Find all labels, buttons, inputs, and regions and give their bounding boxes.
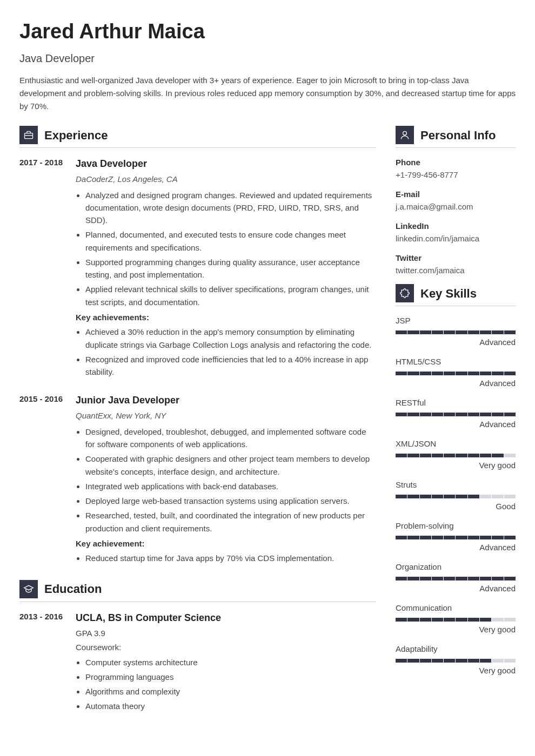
bar-segment (492, 536, 503, 539)
bar-segment (456, 330, 467, 334)
list-item: Researched, tested, built, and coordinat… (85, 509, 376, 535)
bar-segment (504, 495, 516, 498)
bar-segment (468, 536, 479, 539)
entry-body: Junior Java DeveloperQuantExx, New York,… (76, 393, 376, 568)
entry-body: Java DeveloperDaCoderZ, Los Angeles, CAA… (76, 157, 376, 381)
graduation-cap-icon (19, 580, 38, 598)
bar-segment (432, 372, 443, 375)
education-entry: 2013 - 2016UCLA, BS in Computer ScienceG… (19, 611, 376, 716)
bar-segment (492, 577, 503, 580)
bar-segment (432, 330, 443, 334)
bar-segment (432, 454, 443, 457)
bar-segment (468, 372, 479, 375)
bar-segment (492, 330, 503, 334)
period: 2017 - 2018 (19, 157, 66, 381)
experience-header: Experience (19, 126, 376, 148)
bar-segment (468, 330, 479, 334)
bar-segment (396, 536, 407, 539)
skill-bar (396, 413, 516, 416)
bar-segment (407, 413, 419, 416)
bar-segment (504, 618, 516, 622)
skill-bar (396, 618, 516, 622)
bar-segment (420, 330, 431, 334)
bar-segment (480, 372, 491, 375)
bar-segment (492, 372, 503, 375)
bar-segment (480, 659, 491, 663)
bar-segment (492, 413, 503, 416)
bar-segment (468, 577, 479, 580)
bar-segment (444, 330, 455, 334)
svg-rect-0 (25, 133, 33, 139)
bar-segment (504, 413, 516, 416)
bar-segment (396, 413, 407, 416)
bar-segment (407, 330, 419, 334)
main-column: Experience 2017 - 2018Java DeveloperDaCo… (19, 126, 376, 728)
degree-title: UCLA, BS in Computer Science (76, 611, 376, 625)
list-item: Deployed large web-based transaction sys… (85, 495, 376, 507)
bar-segment (456, 618, 467, 622)
list-item: Integrated web applications with back-en… (85, 480, 376, 492)
linkedin-value: linkedin.com/in/jamaica (396, 233, 516, 245)
skill-item: CommunicationVery good (396, 602, 516, 636)
email-value: j.a.maica@gmail.com (396, 201, 516, 213)
skill-level: Advanced (396, 336, 516, 349)
bar-segment (407, 372, 419, 375)
achievements-label: Key achievements: (76, 312, 376, 324)
person-icon (396, 126, 414, 144)
bar-segment (504, 330, 516, 334)
list-item: Recognized and improved code inefficienc… (85, 353, 376, 379)
skill-bar (396, 659, 516, 663)
bar-segment (396, 372, 407, 375)
list-item: Programming languages (85, 671, 376, 683)
twitter-label: Twitter (396, 252, 516, 265)
skill-name: Communication (396, 602, 516, 615)
bar-segment (492, 495, 503, 498)
bar-segment (456, 659, 467, 663)
puzzle-icon (396, 284, 414, 302)
skills-title: Key Skills (420, 285, 477, 302)
bar-segment (420, 372, 431, 375)
course-list: Computer systems architectureProgramming… (76, 656, 376, 713)
bar-segment (492, 454, 503, 457)
bar-segment (444, 372, 455, 375)
skill-level: Advanced (396, 583, 516, 595)
bar-segment (396, 659, 407, 663)
skill-level: Very good (396, 665, 516, 677)
bar-segment (444, 495, 455, 498)
bar-segment (432, 495, 443, 498)
bar-segment (480, 413, 491, 416)
bar-segment (396, 618, 407, 622)
bar-segment (480, 536, 491, 539)
skill-name: Struts (396, 479, 516, 491)
bar-segment (444, 454, 455, 457)
skill-item: Problem-solvingAdvanced (396, 520, 516, 554)
personal-info-title: Personal Info (420, 126, 496, 144)
bar-segment (480, 495, 491, 498)
list-item: Computer systems architecture (85, 656, 376, 669)
twitter-value: twitter.com/jamaica (396, 265, 516, 277)
email-label: E-mail (396, 188, 516, 201)
bar-segment (396, 495, 407, 498)
skill-bar (396, 495, 516, 498)
role-title: Java Developer (76, 157, 376, 171)
twitter-block: Twitter twitter.com/jamaica (396, 252, 516, 276)
bar-segment (480, 577, 491, 580)
experience-entry: 2015 - 2016Junior Java DeveloperQuantExx… (19, 393, 376, 568)
skill-bar (396, 577, 516, 580)
phone-block: Phone +1-799-456-8777 (396, 157, 516, 181)
skill-name: RESTful (396, 397, 516, 409)
person-name: Jared Arthur Maica (19, 16, 516, 47)
achievements-label: Key achievement: (76, 538, 376, 550)
bar-segment (456, 454, 467, 457)
skill-level: Advanced (396, 542, 516, 554)
experience-entry: 2017 - 2018Java DeveloperDaCoderZ, Los A… (19, 157, 376, 381)
bullet-list: Designed, developed, troubleshot, debugg… (76, 426, 376, 535)
period: 2015 - 2016 (19, 393, 66, 568)
list-item: Automata theory (85, 700, 376, 712)
skill-item: HTML5/CSSAdvanced (396, 356, 516, 389)
phone-label: Phone (396, 157, 516, 169)
skill-level: Very good (396, 624, 516, 636)
skill-name: XML/JSON (396, 438, 516, 450)
bar-segment (468, 413, 479, 416)
skill-bar (396, 536, 516, 539)
